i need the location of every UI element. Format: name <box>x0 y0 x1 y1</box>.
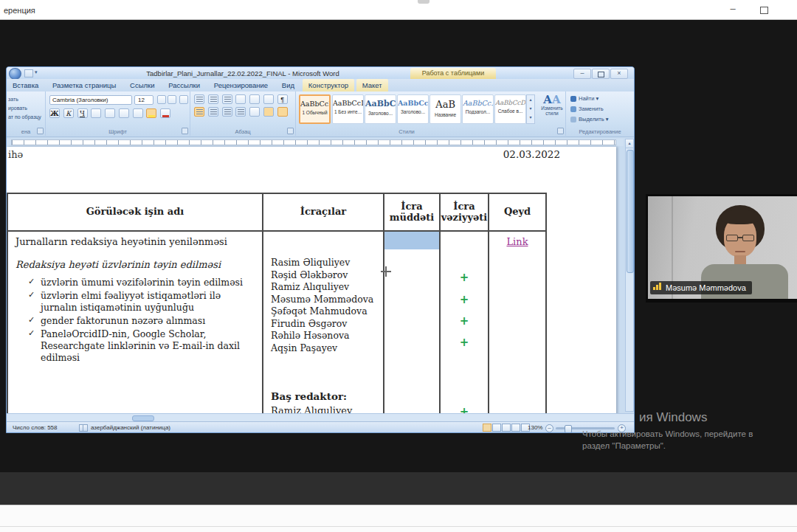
style-card-heading2[interactable]: AaBbCc Заголово... <box>397 94 429 124</box>
office-button[interactable] <box>9 68 21 80</box>
paragraph-dialog-launcher[interactable] <box>287 128 294 134</box>
font-color-button[interactable] <box>160 108 170 118</box>
style-card-title[interactable]: АаВ Название <box>429 94 461 124</box>
vertical-scroll-thumb[interactable] <box>627 150 634 273</box>
selected-cell-highlight <box>384 232 439 249</box>
select-icon <box>570 117 576 122</box>
change-case-button[interactable] <box>133 108 143 118</box>
align-right-button[interactable] <box>222 107 232 117</box>
font-dialog-launcher[interactable] <box>182 128 188 134</box>
subscript-button[interactable] <box>105 108 115 118</box>
bullets-button[interactable] <box>194 94 204 104</box>
tab-table-layout[interactable]: Макет <box>356 79 388 91</box>
shading-button[interactable] <box>263 107 274 117</box>
paragraph-group-label: Абзац <box>190 128 295 135</box>
styles-gallery-more-icon[interactable]: ▾ <box>527 113 534 122</box>
copy-button[interactable]: ировать <box>8 106 27 111</box>
horizontal-ruler[interactable] <box>7 139 624 146</box>
styles-gallery-scrollbar[interactable]: ▴ ▾ ▾ <box>526 94 535 124</box>
zoom-slider-thumb[interactable] <box>565 425 572 433</box>
align-left-button[interactable] <box>194 107 204 117</box>
quick-access-dropdown-icon[interactable]: ▾ <box>35 69 38 75</box>
numbering-button[interactable] <box>208 94 218 104</box>
app-minimize-button[interactable]: – <box>723 4 742 16</box>
bold-button[interactable]: Ж <box>49 108 60 118</box>
tab-mailings[interactable]: Рассылки <box>162 79 206 91</box>
decrease-indent-button[interactable] <box>235 94 246 104</box>
justify-button[interactable] <box>235 107 246 117</box>
scroll-up-icon[interactable]: ▴ <box>626 139 633 148</box>
tab-insert[interactable]: Вставка <box>7 79 44 91</box>
executor-name: Ramiz Alıquliyev <box>271 281 383 294</box>
font-size-combobox[interactable]: 12 <box>134 95 153 105</box>
check-icon: ✓ <box>28 277 35 287</box>
screenshot-root: еренция – ▾ Tadbirlar_Plani_Jurnallar_22… <box>0 0 797 532</box>
horizontal-scroll-thumb[interactable] <box>132 415 154 421</box>
find-button[interactable]: Найти ▾ <box>570 95 598 102</box>
proofing-status-icon[interactable] <box>79 424 88 432</box>
strikethrough-button[interactable] <box>91 108 101 118</box>
cut-button[interactable]: зать <box>8 97 18 102</box>
vertical-scrollbar[interactable]: ▴ <box>625 139 634 412</box>
mouse-cursor <box>381 266 391 277</box>
styles-scroll-down-icon[interactable]: ▾ <box>527 104 534 113</box>
word-titlebar[interactable]: ▾ Tadbirlar_Plani_Jurnallar_22.02.2022_F… <box>7 67 634 79</box>
sort-button[interactable] <box>263 94 274 104</box>
line-spacing-button[interactable] <box>249 107 260 117</box>
word-minimize-button[interactable]: – <box>573 69 591 79</box>
window-drag-handle[interactable] <box>418 0 429 4</box>
zoom-out-button[interactable]: – <box>545 424 553 432</box>
increase-indent-button[interactable] <box>249 94 260 104</box>
format-painter-button[interactable]: ат по образцу <box>8 114 41 120</box>
multilevel-list-button[interactable] <box>222 94 232 104</box>
outline-view-icon <box>511 424 520 432</box>
word-window-title: Tadbirlar_Plani_Jurnallar_22.02.2022_FIN… <box>88 69 398 77</box>
find-icon <box>570 96 576 102</box>
app-restore-button[interactable] <box>754 4 773 16</box>
tab-references[interactable]: Ссылки <box>124 79 160 91</box>
clipboard-dialog-launcher[interactable] <box>37 128 44 134</box>
participant-video-tile[interactable]: Məsumə Məmmədova <box>646 194 797 303</box>
executor-name: Rəşid Ələkbərov <box>271 269 383 282</box>
tab-view[interactable]: Вид <box>276 79 300 91</box>
replace-button[interactable]: Заменить <box>570 106 604 112</box>
style-card-normal[interactable]: AaBbCcDc 1 Обычный <box>299 94 331 124</box>
language-status[interactable]: азербайджанский (латиница) <box>91 424 170 431</box>
grow-font-button[interactable] <box>157 95 166 104</box>
styles-scroll-up-icon[interactable]: ▴ <box>527 95 534 104</box>
word-close-button[interactable]: × <box>610 69 628 79</box>
note-hyperlink[interactable]: Link <box>489 236 545 247</box>
style-card-subtle-emphasis[interactable]: AaBbCcDc Слабое в... <box>494 94 526 124</box>
table-cell-duration <box>384 232 439 418</box>
document-page[interactable]: ihə 02.03.2022 Görüləcək işin adı İcraçı… <box>7 147 616 418</box>
text-highlight-button[interactable] <box>146 108 156 118</box>
word-count[interactable]: Число слов: 558 <box>13 424 57 431</box>
font-name-combobox[interactable]: Cambria (Заголовки) <box>49 95 132 105</box>
change-styles-button[interactable]: AA Изменить стили <box>539 94 565 116</box>
zoom-level[interactable]: 130% <box>528 424 542 431</box>
select-button[interactable]: Выделить ▾ <box>570 116 608 122</box>
italic-button[interactable]: К <box>63 108 74 118</box>
font-group: Cambria (Заголовки) 12 Ж К Ч Шрифт <box>46 91 190 136</box>
word-maximize-button[interactable] <box>592 69 610 79</box>
restore-icon <box>760 7 768 14</box>
executor-name: Şəfəqət Mahmudova <box>271 305 383 318</box>
tab-table-design[interactable]: Конструктор <box>303 79 354 91</box>
horizontal-scrollbar[interactable] <box>7 413 634 421</box>
tab-page-layout[interactable]: Разметка страницы <box>46 79 122 91</box>
clear-formatting-button[interactable] <box>179 95 188 104</box>
style-card-heading1[interactable]: AaBbC Заголово... <box>365 94 396 124</box>
app-titlebar: еренция – <box>0 0 797 20</box>
view-mode-buttons[interactable] <box>483 424 531 433</box>
tab-review[interactable]: Рецензирование <box>208 79 274 91</box>
align-center-button[interactable] <box>208 107 218 117</box>
underline-button[interactable]: Ч <box>77 108 88 118</box>
superscript-button[interactable] <box>119 108 129 118</box>
borders-button[interactable] <box>277 107 288 117</box>
save-icon[interactable] <box>24 69 33 77</box>
show-paragraph-marks-button[interactable]: ¶ <box>277 94 288 104</box>
shrink-font-button[interactable] <box>168 95 176 104</box>
style-card-no-spacing[interactable]: AaBbCcDc 1 Без инте... <box>332 94 364 124</box>
style-card-subtitle[interactable]: AaBbCc. Подзагол... <box>462 94 494 124</box>
styles-dialog-launcher[interactable] <box>557 128 564 134</box>
